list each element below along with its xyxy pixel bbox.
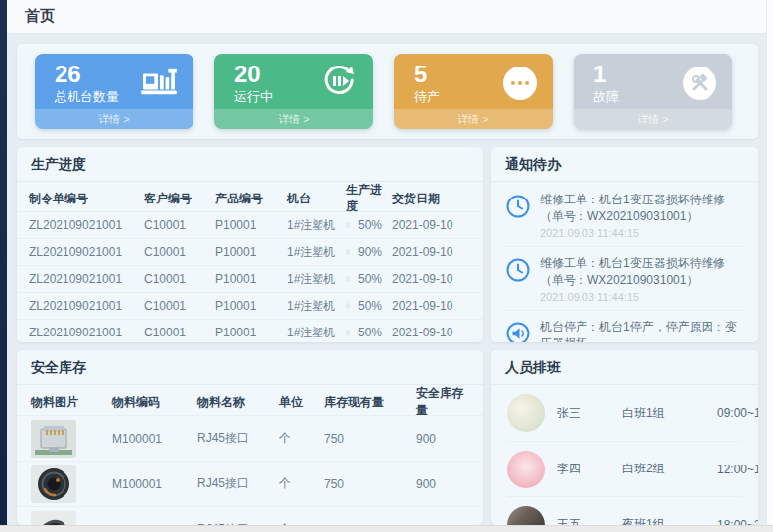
progress-bar: 50%: [346, 299, 392, 313]
shift-name: 白班2组: [622, 461, 717, 477]
product-number: P10001: [215, 245, 287, 259]
order-number: ZL202109021001: [29, 326, 144, 339]
stat-card-body: 5 待产: [394, 54, 553, 109]
top-tab-bar: 首页: [7, 0, 766, 34]
notice-time: 2021.09.03 11:44:15: [540, 291, 744, 303]
unit: 个: [279, 475, 324, 492]
column-header: 产品编号: [215, 191, 287, 207]
stat-card-body: 26 总机台数量: [35, 54, 193, 109]
column-header: 库存现有量: [324, 394, 416, 411]
round-speaker-image: [31, 466, 76, 503]
stat-card-text: 1 故障: [593, 61, 619, 107]
machine-icon: [140, 66, 178, 100]
order-number: ZL202109021001: [29, 245, 144, 259]
column-header: 物料图片: [31, 394, 112, 411]
product-number: P10001: [215, 272, 287, 286]
stat-card-fault[interactable]: 1 故障 详情 >: [574, 54, 732, 129]
panel-title: 安全库存: [17, 350, 483, 385]
column-header: 制令单编号: [29, 191, 144, 207]
machine-name: 1#注塑机: [287, 298, 346, 315]
stat-card-waiting[interactable]: 5 待产 详情 >: [394, 54, 553, 129]
stat-card-text: 26 总机台数量: [55, 61, 119, 107]
progress-bar: 50%: [346, 218, 392, 232]
stat-detail-link[interactable]: 详情 >: [394, 109, 553, 129]
stat-card-body: 1 故障: [574, 54, 732, 109]
notice-item[interactable]: 维修工单：机台1变压器损坏待维修（单号：WX202109031001） 2021…: [505, 247, 744, 311]
delivery-date: 2021-09-10: [392, 272, 471, 286]
order-number: ZL202109021001: [29, 218, 144, 232]
person-name: 张三: [557, 405, 622, 422]
progress-track: [346, 249, 350, 255]
rj45-connector-image: [31, 420, 76, 458]
customer-number: C10001: [144, 299, 215, 313]
progress-bar: 90%: [346, 245, 392, 259]
order-number: ZL202109021001: [29, 299, 144, 313]
panel-title: 人员排班: [491, 350, 758, 385]
stat-label: 运行中: [234, 88, 273, 106]
person-name: 李四: [557, 461, 622, 477]
column-header: 安全库存量: [416, 385, 469, 419]
tab-home[interactable]: 首页: [25, 7, 55, 26]
table-row: M100001 RJ45接口 个 750 900: [17, 461, 483, 506]
machine-name: 1#注塑机: [287, 217, 346, 234]
stat-label: 故障: [593, 88, 619, 106]
notice-text: 机台停产：机台1停产，停产原因：变压器损坏: [540, 319, 744, 342]
column-header: 机台: [287, 191, 346, 207]
progress-percent: 50%: [358, 218, 382, 232]
material-name: RJ45接口: [197, 430, 279, 447]
vertical-scrollbar[interactable]: [766, 0, 773, 532]
notices-panel: 通知待办 维修工单：机台1变压器损坏待维修（单号：WX202109031001）…: [491, 147, 758, 342]
safety-stock: 900: [416, 432, 469, 446]
progress-percent: 50%: [358, 272, 382, 286]
stat-card-text: 5 待产: [414, 61, 440, 107]
table-row: ZL202109021001 C10001 P10001 1#注塑机 50% 2…: [17, 319, 483, 342]
schedule-row: 王五 夜班1组 18:00~24:00: [507, 496, 742, 525]
progress-track: [346, 222, 350, 228]
delivery-date: 2021-09-10: [392, 326, 471, 339]
progress-track: [346, 276, 350, 282]
notice-item[interactable]: 维修工单：机台1变压器损坏待维修（单号：WX202109031001） 2021…: [505, 184, 744, 247]
material-code: M100001: [112, 432, 197, 446]
customer-number: C10001: [144, 326, 215, 339]
unit: 个: [279, 430, 324, 447]
column-header: 单位: [279, 394, 324, 411]
notice-item[interactable]: 机台停产：机台1停产，停产原因：变压器损坏 2021.09.03 11:44:1…: [505, 311, 744, 342]
stat-card-text: 20 运行中: [234, 61, 273, 107]
schedule-row: 张三 白班1组 09:00~12:00: [507, 385, 742, 441]
shift-name: 白班1组: [622, 405, 717, 422]
safety-stock: 900: [416, 477, 469, 491]
stats-panel: 26 总机台数量: [17, 44, 758, 139]
stat-label: 待产: [414, 88, 440, 106]
product-number: P10001: [215, 218, 287, 232]
progress-percent: 90%: [358, 245, 382, 259]
running-icon: [322, 64, 357, 103]
notice-text: 维修工单：机台1变压器损坏待维修（单号：WX202109031001）: [540, 255, 744, 290]
table-row: M100001 RJ45接口 个 750 900: [17, 415, 483, 461]
stat-detail-link[interactable]: 详情 >: [574, 109, 732, 129]
table-row: ZL202109021001 C10001 P10001 1#注塑机 50% 2…: [17, 211, 483, 238]
stat-detail-link[interactable]: 详情 >: [214, 109, 373, 129]
column-header: 生产进度: [346, 182, 392, 215]
column-header: 物料编码: [112, 394, 197, 411]
notice-time: 2021.09.03 11:44:15: [540, 227, 744, 239]
collapsed-sidebar-strip[interactable]: [0, 0, 7, 532]
panel-title: 生产进度: [17, 147, 483, 182]
column-header: 交货日期: [392, 191, 471, 207]
stat-card-running[interactable]: 20 运行中 详情 >: [214, 54, 373, 129]
clock-icon: [505, 257, 531, 303]
notice-list: 维修工单：机台1变压器损坏待维修（单号：WX202109031001） 2021…: [491, 182, 758, 342]
stat-detail-link[interactable]: 详情 >: [35, 109, 193, 129]
customer-number: C10001: [144, 245, 215, 259]
machine-name: 1#注塑机: [287, 244, 346, 261]
clock-icon: [505, 194, 531, 239]
table-row: ZL202109021001 C10001 P10001 1#注塑机 50% 2…: [17, 265, 483, 292]
tools-icon: [683, 66, 716, 100]
stat-card-total-machines[interactable]: 26 总机台数量: [35, 54, 193, 129]
customer-number: C10001: [144, 218, 215, 232]
horizontal-scrollbar[interactable]: [0, 525, 773, 532]
inventory-table-header: 物料图片 物料编码 物料名称 单位 库存现有量 安全库存量: [17, 385, 483, 415]
shift-time: 09:00~12:00: [717, 406, 758, 420]
shift-time: 18:00~24:00: [717, 518, 758, 526]
customer-number: C10001: [144, 272, 215, 286]
notice-text: 维修工单：机台1变压器损坏待维修（单号：WX202109031001）: [540, 192, 744, 226]
